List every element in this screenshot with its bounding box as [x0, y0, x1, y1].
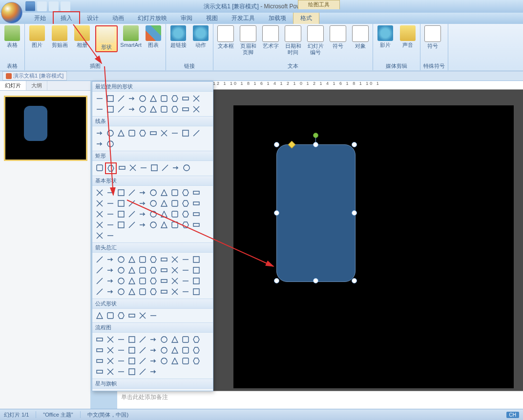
- tab-slides[interactable]: 幻灯片: [0, 81, 26, 90]
- qat-print-icon[interactable]: [61, 1, 70, 11]
- ribbon-btn-幻灯片编号[interactable]: 幻灯片编号: [306, 25, 325, 56]
- shape-item[interactable]: [137, 286, 148, 297]
- shape-item[interactable]: [148, 334, 159, 345]
- shape-item[interactable]: [169, 356, 180, 366]
- ribbon-btn-动作[interactable]: 动作: [191, 25, 210, 48]
- resize-handle-ne[interactable]: [352, 142, 357, 147]
- shape-item[interactable]: [126, 286, 137, 297]
- tab-5[interactable]: 审阅: [174, 12, 199, 24]
- shape-item[interactable]: [126, 220, 137, 230]
- shape-item[interactable]: [159, 334, 169, 345]
- shape-item[interactable]: [180, 265, 191, 276]
- shape-item[interactable]: [116, 128, 126, 139]
- shape-item[interactable]: [94, 198, 105, 209]
- shape-item[interactable]: [180, 128, 191, 139]
- shape-item[interactable]: [191, 254, 202, 265]
- shape-item[interactable]: [148, 254, 159, 265]
- shape-item[interactable]: [148, 356, 159, 366]
- shape-item[interactable]: [105, 93, 116, 104]
- shape-item[interactable]: [159, 286, 169, 297]
- tab-9[interactable]: 格式: [293, 12, 319, 24]
- ribbon-btn-声音[interactable]: 声音: [398, 25, 417, 48]
- tab-6[interactable]: 视图: [199, 12, 225, 24]
- shape-item[interactable]: [116, 93, 126, 104]
- shape-item[interactable]: [169, 390, 180, 391]
- shape-item[interactable]: [94, 356, 105, 366]
- resize-handle-w[interactable]: [274, 210, 279, 216]
- tab-1[interactable]: 插入: [53, 11, 80, 24]
- shape-item[interactable]: [148, 187, 159, 198]
- shape-item[interactable]: [94, 334, 105, 345]
- shape-item[interactable]: [117, 162, 127, 173]
- shape-item[interactable]: [105, 276, 116, 286]
- tab-7[interactable]: 开发工具: [225, 12, 262, 24]
- tab-outline[interactable]: 大纲: [26, 81, 47, 90]
- shape-item[interactable]: [137, 310, 148, 321]
- shape-item[interactable]: [181, 162, 192, 173]
- shape-item[interactable]: [137, 265, 148, 276]
- shape-item[interactable]: [180, 209, 191, 220]
- shape-item[interactable]: [126, 93, 137, 104]
- ribbon-btn-文本框[interactable]: 文本框: [216, 25, 235, 49]
- tab-2[interactable]: 设计: [80, 12, 105, 24]
- shape-item[interactable]: [159, 265, 169, 276]
- shape-item[interactable]: [94, 366, 105, 377]
- shape-item[interactable]: [116, 220, 126, 230]
- slide-thumbnail[interactable]: [4, 96, 87, 161]
- ribbon-btn-形状[interactable]: 形状: [95, 25, 118, 52]
- shape-item[interactable]: [116, 187, 126, 198]
- notes-pane[interactable]: 单击此处添加备注: [117, 391, 523, 409]
- shape-item[interactable]: [191, 356, 202, 366]
- shape-item[interactable]: [137, 366, 148, 377]
- shape-item[interactable]: [116, 390, 126, 391]
- shape-item[interactable]: [126, 198, 137, 209]
- tab-8[interactable]: 加载项: [262, 12, 293, 24]
- shape-item[interactable]: [180, 93, 191, 104]
- shape-item[interactable]: [169, 345, 180, 356]
- office-button[interactable]: [1, 2, 22, 23]
- shape-item[interactable]: [191, 93, 202, 104]
- shape-item[interactable]: [159, 128, 169, 139]
- shape-item[interactable]: [180, 356, 191, 366]
- shape-item[interactable]: [159, 187, 169, 198]
- shape-item[interactable]: [126, 310, 137, 321]
- shape-item[interactable]: [148, 366, 159, 377]
- shape-item[interactable]: [116, 345, 126, 356]
- shape-item[interactable]: [126, 356, 137, 366]
- shape-item[interactable]: [127, 162, 138, 173]
- shape-item[interactable]: [105, 198, 116, 209]
- shape-item[interactable]: [94, 310, 105, 321]
- ribbon-btn-对象[interactable]: 对象: [351, 25, 370, 49]
- ribbon-btn-符号[interactable]: 符号: [423, 25, 442, 49]
- shape-item[interactable]: [159, 345, 169, 356]
- qat-undo-icon[interactable]: [37, 1, 47, 11]
- shape-item[interactable]: [169, 187, 180, 198]
- shape-item[interactable]: [148, 104, 159, 115]
- shape-item[interactable]: [191, 198, 202, 209]
- shape-item[interactable]: [126, 334, 137, 345]
- ribbon-btn-表格[interactable]: 表格: [3, 25, 21, 48]
- shape-item[interactable]: [116, 209, 126, 220]
- shape-item[interactable]: [148, 345, 159, 356]
- shape-item[interactable]: [116, 265, 126, 276]
- shape-item[interactable]: [148, 265, 159, 276]
- rounded-rectangle-shape[interactable]: [276, 144, 356, 282]
- shape-item[interactable]: [116, 310, 126, 321]
- resize-handle-nw[interactable]: [274, 142, 279, 147]
- shape-item[interactable]: [137, 356, 148, 366]
- shape-item[interactable]: [105, 209, 116, 220]
- ribbon-btn-图表[interactable]: 图表: [144, 25, 163, 48]
- qat-save-icon[interactable]: [25, 1, 35, 11]
- qat-redo-icon[interactable]: [49, 1, 59, 11]
- shape-item[interactable]: [159, 390, 169, 391]
- shape-item[interactable]: [94, 93, 105, 104]
- ribbon-btn-日期和时间[interactable]: 日期和时间: [284, 25, 302, 56]
- shape-item[interactable]: [159, 104, 169, 115]
- shape-item[interactable]: [94, 230, 105, 241]
- shape-item[interactable]: [105, 345, 116, 356]
- shape-item[interactable]: [191, 286, 202, 297]
- shape-item[interactable]: [116, 254, 126, 265]
- shape-item[interactable]: [137, 93, 148, 104]
- shape-item[interactable]: [105, 390, 116, 391]
- shape-item[interactable]: [169, 286, 180, 297]
